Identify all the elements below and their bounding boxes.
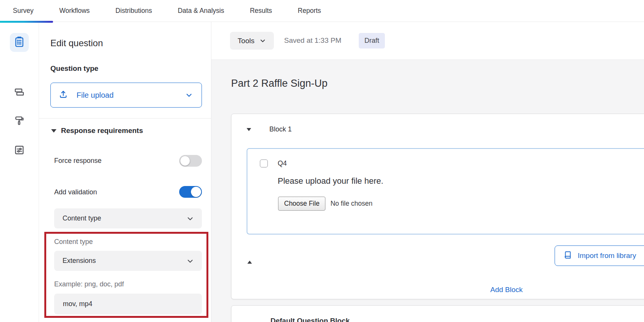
- block-name: Default Question Block: [270, 317, 350, 322]
- block-name: Block 1: [269, 125, 292, 133]
- panel-title: Edit question: [50, 38, 103, 48]
- response-requirements-header[interactable]: Response requirements: [51, 127, 143, 135]
- clipboard-icon: [13, 36, 25, 49]
- question-text[interactable]: Please upload your file here.: [278, 176, 383, 186]
- active-tab-indicator: [0, 21, 53, 23]
- tools-menu-button[interactable]: Tools: [230, 32, 274, 50]
- content-type-dropdown[interactable]: Extensions: [54, 251, 202, 271]
- sidebar-item-survey-builder[interactable]: [10, 33, 29, 52]
- import-button-label: Import from library: [578, 252, 636, 260]
- chevron-down-icon: [186, 214, 194, 223]
- collapse-question-button[interactable]: [247, 254, 252, 261]
- extensions-input-value: mov, mp4: [63, 300, 92, 308]
- sidebar-item-survey-options[interactable]: [10, 141, 29, 160]
- block-header[interactable]: Block 1: [247, 125, 292, 133]
- tab-results[interactable]: Results: [237, 0, 285, 22]
- block-1-card: Block 1 Q4 Please upload your file here.…: [231, 114, 644, 299]
- sliders-icon: [13, 144, 25, 158]
- content-type-field-label: Content type: [54, 238, 93, 246]
- survey-toolbar: Tools Saved at 1:33 PM Draft: [211, 22, 644, 60]
- question-q4-card[interactable]: Q4 Please upload your file here. Choose …: [247, 148, 644, 234]
- extensions-hint-label: Example: png, doc, pdf: [54, 280, 124, 288]
- question-type-dropdown[interactable]: File upload: [50, 83, 202, 108]
- question-type-label: Question type: [50, 64, 98, 73]
- chevron-down-icon: [186, 257, 194, 265]
- validation-type-value: Content type: [63, 214, 101, 222]
- book-icon: [563, 250, 572, 261]
- upload-icon: [51, 89, 68, 101]
- file-status-text: No file chosen: [330, 200, 372, 208]
- force-response-toggle[interactable]: [179, 155, 202, 167]
- sidebar-item-look-and-feel[interactable]: [10, 112, 29, 131]
- edit-question-panel: Edit question Question type File upload …: [39, 22, 211, 322]
- survey-canvas: Part 2 Raffle Sign-Up Block 1 Q4 Please …: [211, 60, 644, 322]
- toggle-knob: [180, 156, 190, 166]
- default-question-block-card: Default Question Block: [231, 305, 644, 322]
- chevron-down-icon: [259, 37, 266, 44]
- collapse-block-icon: [247, 128, 251, 131]
- paint-roller-icon: [13, 114, 25, 128]
- import-from-library-button[interactable]: Import from library: [555, 245, 644, 266]
- add-block-link[interactable]: Add Block: [450, 286, 563, 294]
- content-type-value: Extensions: [63, 257, 96, 265]
- status-badge: Draft: [359, 33, 385, 48]
- tab-distributions[interactable]: Distributions: [103, 0, 165, 22]
- blocks-icon: [13, 86, 25, 100]
- builder-icon-rail: [0, 22, 39, 322]
- question-header-row: Q4: [260, 159, 287, 167]
- question-checkbox[interactable]: [260, 159, 268, 167]
- top-navigation: Survey Workflows Distributions Data & An…: [0, 0, 644, 22]
- tab-workflows[interactable]: Workflows: [46, 0, 102, 22]
- file-upload-preview: Choose File No file chosen: [278, 197, 372, 211]
- tab-reports[interactable]: Reports: [285, 0, 334, 22]
- survey-title[interactable]: Part 2 Raffle Sign-Up: [231, 78, 328, 89]
- toggle-knob: [191, 187, 201, 197]
- question-id: Q4: [278, 159, 287, 167]
- panel-divider: [39, 118, 211, 119]
- autosave-status-text: Saved at 1:33 PM: [284, 36, 341, 45]
- add-validation-label: Add validation: [54, 188, 97, 196]
- sidebar-item-survey-flow[interactable]: [10, 83, 29, 102]
- collapse-triangle-icon: [51, 129, 56, 133]
- qualtrics-survey-editor: Survey Workflows Distributions Data & An…: [0, 0, 644, 322]
- add-validation-toggle[interactable]: [179, 186, 202, 198]
- extensions-input[interactable]: mov, mp4: [54, 294, 202, 314]
- validation-type-dropdown[interactable]: Content type: [54, 208, 202, 228]
- tools-button-label: Tools: [238, 37, 254, 45]
- force-response-label: Force response: [54, 157, 102, 165]
- choose-file-button[interactable]: Choose File: [278, 197, 325, 211]
- tab-survey[interactable]: Survey: [0, 0, 46, 22]
- chevron-down-icon: [185, 91, 193, 99]
- tab-data-analysis[interactable]: Data & Analysis: [165, 0, 237, 22]
- question-type-value: File upload: [77, 91, 114, 100]
- triangle-up-icon: [247, 254, 252, 264]
- response-requirements-label: Response requirements: [61, 127, 143, 135]
